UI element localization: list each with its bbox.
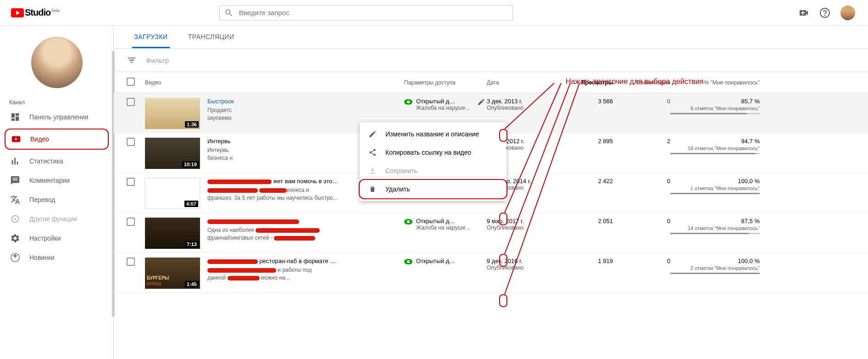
svg-rect-4 bbox=[14, 158, 16, 165]
menu-label: Сохранить bbox=[385, 167, 417, 174]
logo[interactable]: Studio beta bbox=[7, 7, 63, 18]
likes-sub: 1 отметка "Мне понравилось" bbox=[670, 185, 760, 191]
nav-other[interactable]: Другие функции bbox=[5, 209, 109, 229]
table-row[interactable]: 1:45 ресторан-паб в формате … и работы п… bbox=[114, 253, 868, 293]
video-thumbnail[interactable]: 7:13 bbox=[145, 218, 200, 249]
comments-count: 0 bbox=[613, 258, 670, 264]
likes-sub: 2 отметки "Мне понравилось" bbox=[670, 265, 760, 271]
help-icon[interactable] bbox=[819, 7, 830, 18]
svg-point-9 bbox=[373, 149, 376, 151]
pencil-icon bbox=[368, 129, 377, 139]
tab-live[interactable]: ТРАНСЛЯЦИИ bbox=[186, 26, 236, 48]
date-sub: Опубликовано bbox=[487, 105, 558, 111]
video-thumbnail[interactable]: 4:07 bbox=[145, 178, 200, 209]
annotation-text: Нажать троеточие для выбора действия bbox=[566, 78, 703, 86]
comments-count[interactable]: 0 bbox=[613, 98, 670, 105]
svg-rect-5 bbox=[17, 162, 18, 164]
video-thumbnail[interactable]: 1:45 bbox=[145, 258, 200, 289]
col-access[interactable]: Параметры доступа bbox=[404, 79, 487, 86]
menu-label: Изменить название и описание bbox=[385, 130, 479, 138]
duration-badge: 10:19 bbox=[182, 161, 199, 168]
row-checkbox[interactable] bbox=[127, 98, 135, 106]
access-status: Открытый д… bbox=[416, 258, 455, 264]
access-sub: Жалоба на наруше… bbox=[416, 224, 471, 231]
views: 2 422 bbox=[558, 178, 613, 185]
date-sub: Опубликовано bbox=[487, 224, 558, 231]
visibility-icon bbox=[404, 99, 412, 105]
col-video[interactable]: Видео bbox=[145, 79, 404, 86]
tabs: ЗАГРУЗКИ ТРАНСЛЯЦИИ bbox=[114, 26, 868, 49]
nav-label: Другие функции bbox=[29, 215, 78, 223]
beta-badge: beta bbox=[51, 8, 60, 13]
translate-icon bbox=[10, 195, 20, 205]
nav-label: Комментарии bbox=[29, 177, 70, 184]
access-sub: Жалоба на наруше… bbox=[416, 105, 471, 111]
row-checkbox[interactable] bbox=[127, 178, 135, 186]
video-title[interactable]: ресторан-паб в формате … bbox=[207, 258, 404, 264]
news-icon bbox=[10, 252, 20, 263]
tab-uploads[interactable]: ЗАГРУЗКИ bbox=[132, 26, 170, 48]
row-checkbox[interactable] bbox=[127, 258, 135, 266]
views: 3 566 bbox=[558, 98, 613, 105]
user-avatar[interactable] bbox=[840, 6, 855, 20]
dashboard-icon bbox=[10, 112, 20, 122]
nav-analytics[interactable]: Статистика bbox=[5, 151, 109, 171]
video-thumbnail[interactable]: 1:36 bbox=[145, 98, 200, 129]
filter-icon[interactable] bbox=[127, 55, 137, 65]
nav-comments[interactable]: Комментарии bbox=[5, 171, 109, 190]
svg-point-7 bbox=[14, 218, 16, 220]
share-icon bbox=[368, 148, 377, 157]
nav-label: Настройки bbox=[29, 235, 61, 242]
filter-input[interactable]: Фильтр bbox=[146, 56, 169, 64]
edit-icon[interactable] bbox=[477, 98, 485, 106]
nav-label: Статистика bbox=[29, 157, 63, 165]
menu-save: Сохранить bbox=[360, 162, 506, 180]
menu-label: Копировать ссылку на видео bbox=[385, 149, 471, 156]
row-checkbox[interactable] bbox=[127, 218, 135, 226]
video-thumbnail[interactable]: 10:19 bbox=[145, 138, 200, 169]
views: 2 051 bbox=[558, 218, 613, 224]
search-box[interactable] bbox=[219, 5, 513, 21]
video-title[interactable] bbox=[207, 218, 404, 224]
likes-pct: 100,0 % bbox=[670, 178, 760, 185]
table-row[interactable]: 7:13 Одна из наиболее франчайзинговых се… bbox=[114, 213, 868, 253]
svg-point-11 bbox=[373, 154, 376, 156]
youtube-icon bbox=[11, 8, 24, 17]
row-checkbox[interactable] bbox=[127, 138, 135, 146]
likes-pct: 100,0 % bbox=[670, 258, 760, 264]
date: 9 мар. 2017 г. bbox=[487, 218, 558, 224]
studio-text: Studio bbox=[25, 7, 50, 18]
search-input[interactable] bbox=[239, 9, 508, 17]
nav-dashboard[interactable]: Панель управления bbox=[5, 107, 109, 127]
apps-icon bbox=[10, 214, 20, 224]
menu-edit-title[interactable]: Изменить название и описание bbox=[360, 125, 506, 143]
gear-icon bbox=[10, 233, 20, 243]
access-status: Открытый д… bbox=[416, 98, 471, 105]
video-icon bbox=[11, 134, 21, 144]
views: 1 919 bbox=[558, 258, 613, 264]
annotation-marker bbox=[499, 294, 507, 307]
likes-sub: 6 отметок "Мне понравилось" bbox=[670, 106, 760, 111]
menu-delete[interactable]: Удалить bbox=[360, 180, 506, 198]
date-sub: Опубликовано bbox=[487, 264, 558, 271]
nav-videos[interactable]: Видео bbox=[5, 129, 109, 150]
col-date[interactable]: Дата bbox=[487, 79, 558, 86]
nav-whatsnew[interactable]: Новинки bbox=[5, 248, 109, 267]
create-video-icon[interactable] bbox=[798, 7, 809, 18]
nav-translations[interactable]: Перевод bbox=[5, 190, 109, 209]
menu-copy-link[interactable]: Копировать ссылку на видео bbox=[360, 143, 506, 162]
likes-pct: 87,5 % bbox=[670, 218, 760, 224]
video-title[interactable]: Быстроок bbox=[207, 98, 404, 105]
comments-count: 0 bbox=[613, 218, 670, 224]
comments-icon bbox=[10, 175, 20, 185]
likes-pct: 85,7 % bbox=[670, 98, 760, 105]
filter-row: Фильтр bbox=[114, 49, 868, 72]
nav-label: Панель управления bbox=[29, 113, 89, 121]
select-all-checkbox[interactable] bbox=[127, 78, 135, 86]
svg-point-1 bbox=[825, 15, 825, 15]
comments-count: 2 bbox=[613, 138, 670, 145]
likes-pct: 94,7 % bbox=[670, 138, 760, 145]
channel-avatar[interactable] bbox=[31, 37, 83, 88]
nav-label: Новинки bbox=[29, 254, 55, 261]
nav-settings[interactable]: Настройки bbox=[5, 229, 109, 248]
